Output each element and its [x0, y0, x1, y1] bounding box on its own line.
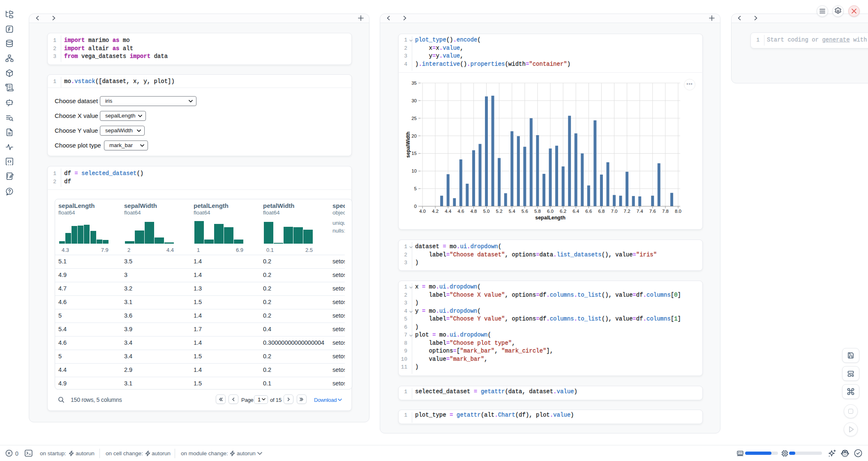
svg-text:6.4: 6.4 — [573, 209, 579, 214]
svg-text:6.8: 6.8 — [598, 209, 605, 214]
svg-text:5.6: 5.6 — [522, 209, 528, 214]
svg-text:sepalLength: sepalLength — [535, 215, 566, 221]
svg-text:4.6: 4.6 — [457, 209, 464, 214]
svg-text:0: 0 — [414, 204, 417, 209]
svg-text:5.8: 5.8 — [534, 209, 541, 214]
svg-text:6.6: 6.6 — [585, 209, 592, 214]
svg-text:7.4: 7.4 — [637, 209, 644, 214]
svg-text:6.0: 6.0 — [547, 209, 554, 214]
svg-text:5.0: 5.0 — [483, 209, 490, 214]
svg-text:7.8: 7.8 — [662, 209, 669, 214]
svg-text:6.2: 6.2 — [560, 209, 566, 214]
svg-text:4.8: 4.8 — [470, 209, 477, 214]
svg-text:4.4: 4.4 — [445, 209, 452, 214]
svg-text:7.6: 7.6 — [649, 209, 656, 214]
svg-text:7.2: 7.2 — [624, 209, 630, 214]
svg-text:5.2: 5.2 — [496, 209, 503, 214]
svg-text:35: 35 — [411, 81, 417, 85]
svg-text:sepalWidth: sepalWidth — [405, 131, 411, 158]
svg-text:7.0: 7.0 — [611, 209, 618, 214]
svg-text:8.0: 8.0 — [675, 209, 681, 214]
svg-text:10: 10 — [411, 168, 417, 173]
svg-text:20: 20 — [411, 134, 417, 138]
svg-text:4.2: 4.2 — [432, 209, 439, 214]
svg-text:15: 15 — [411, 151, 417, 156]
svg-text:5: 5 — [414, 186, 417, 191]
svg-text:25: 25 — [411, 116, 417, 121]
svg-text:4.0: 4.0 — [419, 209, 426, 214]
svg-text:5.4: 5.4 — [509, 209, 516, 214]
svg-text:30: 30 — [411, 98, 417, 103]
